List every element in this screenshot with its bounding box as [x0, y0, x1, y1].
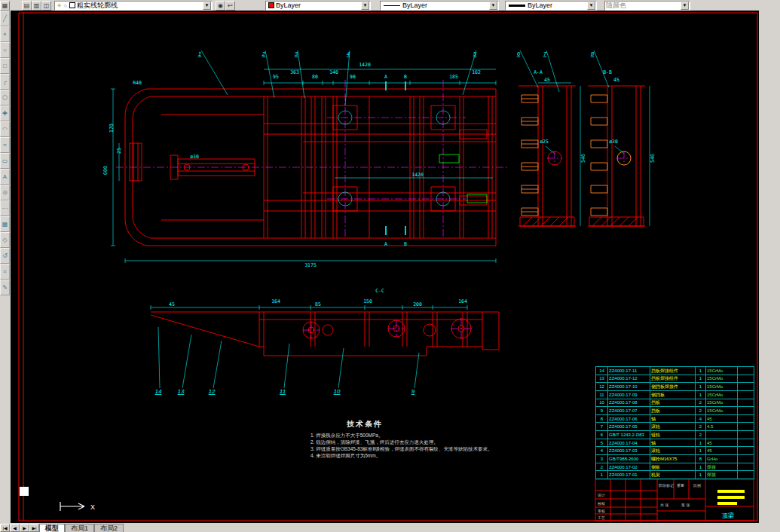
bom-row: 5ZZ4000.17-04轴145 — [596, 439, 754, 447]
bom-cell: GB/T988-2600 — [608, 455, 650, 463]
bom-cell: 1 — [696, 447, 706, 455]
dimension-text: A — [384, 241, 387, 247]
left-toolbar-button[interactable]: ✚ — [0, 105, 10, 121]
weld-detail-boxes — [439, 154, 487, 203]
tab-nav-button[interactable]: ▶ — [20, 524, 29, 532]
tab-模型[interactable]: 模型 — [39, 524, 65, 532]
dimension-text: 200 — [413, 301, 422, 307]
left-toolbar-button[interactable]: ✎ — [0, 280, 10, 295]
technical-conditions: 技术条件 1. 焊接残余应力不大于500MPa。2. 锐边倒钝，清除焊渣、飞溅，… — [310, 419, 503, 459]
tb-weight-label: 重量 — [677, 483, 684, 488]
bom-cell: 10 — [596, 399, 608, 407]
dimension-text: B-B — [603, 69, 612, 75]
model-space-canvas[interactable]: 设计 校核 审核 工艺 阶段标记 重量 比例 共 张 第 张 顶梁 X 1234… — [11, 11, 759, 524]
dimension-text: 170 — [109, 124, 115, 133]
tab-nav-button[interactable]: ▶| — [29, 524, 39, 532]
dimension-text: 1420 — [411, 172, 424, 178]
tab-布局2[interactable]: 布局2 — [94, 524, 124, 532]
left-toolbar-button[interactable]: ╭ — [0, 74, 10, 90]
bom-cell: GB/T 1243.2-D83 — [608, 431, 650, 439]
layer-previous-button[interactable]: ↩ — [225, 1, 235, 11]
left-toolbar-button[interactable]: ⌖ — [0, 26, 10, 42]
bom-cell: 挡板 — [650, 399, 696, 407]
color-combo-arrow-icon[interactable]: ▼ — [361, 2, 369, 10]
grid-snap-button[interactable]: ▦ — [0, 1, 10, 11]
make-layer-current-button[interactable]: ◉ — [216, 1, 225, 11]
left-toolbar-button[interactable]: ◇ — [0, 232, 10, 248]
left-toolbar-button[interactable]: ⌗ — [0, 264, 10, 280]
bom-cell: 15CrMo — [706, 390, 738, 399]
ucs-x-label: X — [90, 503, 95, 511]
linetype-combo-arrow-icon[interactable]: ▼ — [489, 2, 497, 10]
dimension-text: 85 — [315, 301, 321, 307]
left-toolbar-button[interactable]: ↺ — [0, 248, 10, 264]
color-combo[interactable]: ByLayer ▼ — [265, 1, 371, 11]
bom-cell: 7 — [596, 423, 608, 431]
part-number: 11 — [280, 388, 286, 395]
tb-stage-label: 阶段标记 — [659, 483, 674, 488]
tab-nav-button[interactable]: |◀ — [0, 524, 10, 532]
dimension-text: 25 — [116, 148, 122, 154]
bom-cell: 2 — [596, 463, 608, 471]
lineweight-combo-arrow-icon[interactable]: ▼ — [587, 2, 595, 10]
bom-cell: 2 — [696, 399, 706, 407]
left-toolbar-button[interactable]: □ — [0, 58, 10, 74]
bom-cell: 8 — [696, 455, 706, 463]
dimension-text: R40 — [133, 80, 142, 86]
bom-cell — [706, 431, 738, 439]
left-toolbar-button[interactable]: ╱ — [0, 11, 10, 26]
bom-cell — [738, 423, 754, 431]
tab-nav-button[interactable]: ◀ — [10, 524, 20, 532]
left-toolbar-button[interactable]: ⋯ — [0, 200, 10, 216]
linetype-combo[interactable]: ByLayer ▼ — [380, 1, 499, 11]
left-toolbar-button[interactable]: ○ — [0, 42, 10, 58]
section-bb-geometry — [588, 86, 645, 226]
plotstyle-combo[interactable]: 随颜色 ▼ — [604, 1, 690, 11]
leader-line — [213, 341, 222, 388]
part-number: 4 — [347, 50, 350, 57]
layer-properties-button[interactable]: ▤ — [22, 1, 32, 11]
leader-line — [201, 50, 228, 95]
bom-cell: 2 — [696, 407, 706, 415]
plotstyle-combo-arrow-icon[interactable]: ▼ — [681, 2, 689, 10]
bom-cell — [738, 439, 754, 447]
left-toolbar-button[interactable]: A — [0, 169, 10, 185]
bom-row: 7ZZ4000.17-05滚轮24.5 — [596, 423, 754, 431]
layer-combo-arrow-icon[interactable]: ▼ — [203, 2, 211, 10]
linetype-sample — [384, 5, 400, 6]
dimension-text: ø30 — [609, 139, 618, 145]
tech-note-line: 2. 锐边倒钝，清除焊渣、飞溅，焊后进行去应力退火处理。 — [310, 439, 503, 445]
left-toolbar-button[interactable]: ≈ — [0, 137, 10, 153]
tb-sheetno-label: 第 张 — [681, 503, 690, 508]
leader-line — [182, 335, 191, 388]
bom-cell: ZZ4000.17-07 — [608, 407, 650, 415]
left-toolbar-button[interactable]: ▭ — [0, 153, 10, 169]
bom-cell: ZZ4000.17-05 — [608, 423, 650, 431]
bom-row: 11ZZ4000.17-09侧挡板115CrMo — [596, 390, 754, 399]
layer-isolate-button[interactable]: ◫ — [41, 1, 51, 11]
tab-布局1[interactable]: 布局1 — [65, 524, 94, 532]
section-cut-marks — [386, 81, 405, 235]
left-toolbar-button[interactable]: ⬡ — [0, 90, 10, 105]
leader-line — [284, 344, 289, 388]
bom-cell: 15CrMo — [706, 399, 738, 407]
left-toolbar-button[interactable]: ⊙ — [0, 185, 10, 200]
layer-combo[interactable]: ☀ ○ 粗实线轮廓线 ▼ — [54, 1, 213, 11]
left-toolbar-button[interactable]: ◠ — [0, 121, 10, 137]
dimension-text: 600 — [102, 166, 109, 175]
bom-row: 13ZZ4000.17-12挡板焊接组件115CrMo — [596, 375, 754, 383]
bom-cell: ZZ4000.17-08 — [608, 399, 650, 407]
part-number: 13 — [178, 388, 185, 395]
ucs-icon — [20, 487, 84, 511]
bom-row: 1ZZ4000.17-01机架1焊接 — [596, 471, 754, 479]
bom-cell — [738, 431, 754, 439]
lineweight-combo[interactable]: ByLayer ▼ — [505, 1, 597, 11]
left-toolbar-button[interactable]: ▦ — [0, 216, 10, 232]
bom-row: 10ZZ4000.17-08挡板215CrMo — [596, 399, 754, 407]
layer-states-button[interactable]: ▥ — [32, 1, 41, 11]
bom-cell: 1 — [696, 471, 706, 479]
layer-on-icon: ☀ — [57, 2, 62, 10]
bom-cell: ZZ4000.17-09 — [608, 390, 650, 399]
bom-row: 8ZZ4000.17-06轴445 — [596, 414, 754, 423]
bom-cell: 13 — [596, 375, 608, 383]
